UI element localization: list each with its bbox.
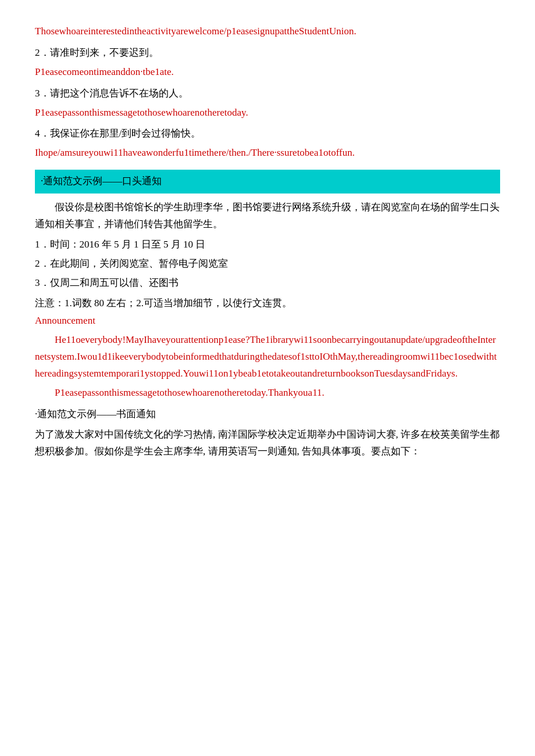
scenario1-note: 注意：1.词数 80 左右；2.可适当增加细节，以使行文连贯。 bbox=[35, 295, 500, 312]
announcement1-title: Announcement bbox=[35, 313, 500, 329]
item2-block: 2．请准时到来，不要迟到。 P1easecomeontimeanddon·tbe… bbox=[35, 45, 500, 81]
announcement1-pass: P1easepassonthismessagetothosewhoarenoth… bbox=[35, 385, 500, 402]
item4-chinese: 4．我保证你在那里/到时会过得愉快。 bbox=[35, 126, 500, 142]
item2-chinese: 2．请准时到来，不要迟到。 bbox=[35, 45, 500, 62]
item3-english: P1easepassonthismessagetothosewhoarenoth… bbox=[35, 105, 500, 121]
block1-english: Thosewhoareinterestedintheactivityarewel… bbox=[35, 23, 500, 40]
scenario2-intro: 为了激发大家对中国传统文化的学习热情, 南洋国际学校决定近期举办中国诗词大赛, … bbox=[35, 427, 500, 460]
scenario1-list1: 1．时间：2016 年 5 月 1 日至 5 月 10 日 bbox=[35, 237, 500, 253]
scenario1-list3: 3．仅周二和周五可以借、还图书 bbox=[35, 275, 500, 292]
block1-english-text: Thosewhoareinterestedintheactivityarewel… bbox=[35, 23, 500, 40]
highlight-bar-2: ·通知范文示例——书面通知 bbox=[35, 406, 500, 423]
highlight-bar-1-label: ·通知范文示例——口头通知 bbox=[41, 175, 162, 187]
item2-english: P1easecomeontimeanddon·tbe1ate. bbox=[35, 64, 500, 81]
announcement1-body: He11oeverybody!MayIhaveyourattentionp1ea… bbox=[35, 332, 500, 382]
item3-block: 3．请把这个消息告诉不在场的人。 P1easepassonthismessage… bbox=[35, 85, 500, 121]
scenario1-list2: 2．在此期间，关闭阅览室、暂停电子阅览室 bbox=[35, 256, 500, 273]
item3-chinese: 3．请把这个消息告诉不在场的人。 bbox=[35, 85, 500, 102]
scenario1-intro: 假设你是校图书馆馆长的学生助理李华，图书馆要进行网络系统升级，请在阅览室向在场的… bbox=[35, 199, 500, 233]
highlight-bar-1: ·通知范文示例——口头通知 bbox=[35, 170, 500, 194]
item4-english: Ihope/amsureyouwi11haveawonderfu1timethe… bbox=[35, 145, 500, 162]
item4-block: 4．我保证你在那里/到时会过得愉快。 Ihope/amsureyouwi11ha… bbox=[35, 126, 500, 162]
highlight-bar-2-label: ·通知范文示例——书面通知 bbox=[35, 409, 156, 420]
